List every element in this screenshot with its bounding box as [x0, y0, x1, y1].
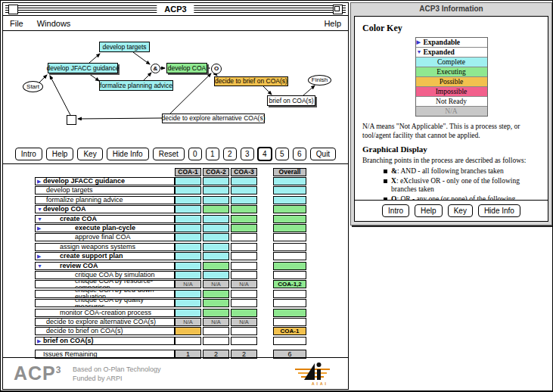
table-row-label-critique-coa-by-resource-comparison[interactable]: critique COA by resource-comparison — [35, 280, 175, 288]
branch-symbol: X — [391, 177, 396, 185]
table-row-label-develop-coa[interactable]: ▼develop COA — [35, 205, 175, 213]
flow-node-decide-brief[interactable]: decide to brief on COA(s) — [214, 76, 288, 86]
toolbar-button-1[interactable]: 1 — [206, 148, 219, 160]
toolbar-button-6[interactable]: 6 — [293, 148, 306, 160]
toolbar-button-help[interactable]: Help — [46, 148, 74, 160]
toolbar-button-5[interactable]: 5 — [275, 148, 289, 160]
expandable-triangle-icon[interactable]: ▶ — [37, 226, 41, 231]
table-row-label-brief-on-coa-s[interactable]: ▶brief on COA(s) — [35, 337, 175, 345]
overall-cell: COA-1 — [273, 327, 306, 335]
column-header-overall: Overall — [273, 168, 306, 176]
flow-node-formalize[interactable]: formalize planning advice — [99, 80, 173, 91]
toolbar-button-intro[interactable]: Intro — [15, 148, 42, 160]
status-cell: N/A — [175, 280, 201, 288]
flow-node-develop-targets[interactable]: develop targets — [99, 42, 150, 52]
color-key-item-executing: Executing — [416, 67, 487, 76]
expandable-triangle-icon[interactable]: ▶ — [37, 338, 41, 344]
status-cell — [231, 309, 257, 317]
overall-cell — [273, 337, 306, 345]
table-row-label-formalize-planning-advice[interactable]: formalize planning advice — [35, 196, 175, 204]
info-button-help[interactable]: Help — [415, 204, 443, 217]
color-key-label: Executing — [436, 68, 466, 76]
footer-credits: Based on O-Plan Technology Funded by ARP… — [73, 365, 160, 383]
color-key-item-expanded: ▼Expanded — [416, 47, 487, 57]
titlebar[interactable]: ACP3 — [3, 3, 348, 16]
table-row-label-assign-weapons-systems[interactable]: assign weapons systems — [35, 243, 175, 251]
table-row-label-execute-plan-cycle[interactable]: ▶execute plan-cycle — [35, 224, 175, 232]
status-cell — [231, 186, 257, 194]
flow-node-brief[interactable]: brief on COA(s) — [267, 95, 315, 106]
toolbar-button-3[interactable]: 3 — [241, 148, 254, 160]
expanded-triangle-icon[interactable]: ▼ — [37, 216, 42, 222]
branching-bullet-list: &: AND - all following branches takenX: … — [384, 167, 540, 201]
info-button-key[interactable]: Key — [448, 204, 473, 217]
toolbar-button-4[interactable]: 4 — [257, 147, 272, 161]
toolbar-button-hide-info[interactable]: Hide Info — [107, 148, 149, 160]
flow-node-finish: Finish — [308, 75, 331, 86]
expanded-triangle-icon[interactable]: ▼ — [37, 263, 42, 269]
credit-line-1: Based on O-Plan Technology — [73, 365, 160, 374]
status-cell — [175, 252, 201, 260]
toolbar-button-quit[interactable]: Quit — [310, 148, 336, 160]
table-row-label-monitor-coa-creation-process[interactable]: monitor COA-creation process — [35, 309, 175, 317]
color-key-item-not-ready: Not Ready — [416, 96, 487, 106]
table-row-label-critique-coa-by-simulation[interactable]: critique COA by simulation — [35, 271, 175, 279]
info-titlebar[interactable]: ACP3 Information — [351, 3, 551, 14]
info-button-intro[interactable]: Intro — [382, 204, 409, 217]
overall-cell — [273, 318, 306, 326]
menu-help[interactable]: Help — [317, 19, 348, 28]
zoom-box-icon[interactable] — [333, 5, 343, 14]
status-cell — [231, 271, 257, 279]
expandable-triangle-icon[interactable]: ▶ — [37, 179, 41, 184]
table-row-label-develop-targets[interactable]: develop targets — [35, 186, 175, 194]
table-row-label-decide-to-explore-alternative-coa-s[interactable]: decide to explore alternative COA(s) — [35, 318, 175, 326]
table-row-label-review-coa[interactable]: ▼review COA — [35, 262, 175, 270]
info-button-hide-info[interactable]: Hide Info — [478, 204, 520, 217]
expandable-triangle-icon[interactable]: ▶ — [37, 254, 41, 259]
flow-node-decide-explore[interactable]: decide to explore alternative COA(s) — [162, 114, 265, 123]
row-label-text: monitor COA-creation process — [36, 310, 151, 316]
status-cell — [203, 299, 229, 307]
status-cell — [175, 262, 201, 270]
row-label-text: brief on COA(s) — [36, 338, 94, 344]
status-cell — [203, 337, 229, 345]
row-label-text: review COA — [36, 263, 98, 269]
table-row-label-approve-final-coa[interactable]: approve final COA — [35, 233, 175, 241]
status-cell — [175, 271, 201, 279]
table-row-label-create-support-plan[interactable]: ▶create support plan — [35, 252, 175, 260]
row-label-text: critique COA by quality measures — [36, 299, 174, 307]
overall-cell — [273, 177, 306, 185]
expanded-triangle-icon: ▼ — [417, 48, 422, 57]
branch-symbol: O — [391, 195, 396, 201]
flow-node-start: Start — [23, 81, 43, 92]
table-row-label-critique-coa-by-bed-down-evaluation[interactable]: critique COA by bed-down evaluation — [35, 290, 175, 298]
table-row-label-develop-jfacc-guidance[interactable]: ▶develop JFACC guidance — [35, 177, 175, 185]
table-row-label-create-coa[interactable]: ▼create COA — [35, 215, 175, 223]
status-cell: N/A — [231, 280, 257, 288]
color-key-item-impossible: Impossible — [416, 86, 487, 96]
status-cell: N/A — [175, 318, 201, 326]
status-cell — [231, 177, 257, 185]
toolbar-button-0[interactable]: 0 — [188, 148, 202, 160]
table-row-label-critique-coa-by-quality-measures[interactable]: critique COA by quality measures — [35, 299, 175, 307]
menu-file[interactable]: File — [3, 19, 30, 28]
status-cell — [203, 233, 229, 241]
flow-node-develop-coa[interactable]: develop COA — [166, 63, 207, 73]
toolbar-button-2[interactable]: 2 — [223, 148, 237, 160]
overall-cell — [273, 196, 306, 204]
flow-node-develop-jfacc[interactable]: develop JFACC guidance — [48, 63, 118, 73]
expanded-triangle-icon[interactable]: ▼ — [37, 207, 42, 212]
menu-windows[interactable]: Windows — [30, 19, 78, 28]
close-box-icon[interactable] — [8, 5, 18, 14]
toolbar-button-reset[interactable]: Reset — [153, 148, 185, 160]
overall-cell — [273, 290, 306, 298]
table-row-label-decide-to-brief-on-coa-s[interactable]: decide to brief on COA(s) — [35, 327, 175, 335]
status-cell — [175, 243, 201, 251]
info-toolbar: IntroHelpKeyHide Info — [355, 203, 548, 218]
status-cell — [231, 205, 257, 213]
status-cell — [231, 243, 257, 251]
color-key-label: Complete — [437, 58, 465, 66]
status-cell — [175, 224, 201, 232]
overall-cell — [273, 224, 306, 232]
toolbar-button-key[interactable]: Key — [77, 148, 102, 160]
